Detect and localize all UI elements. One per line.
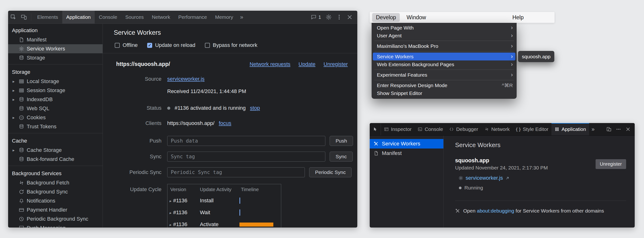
menu-item-experimental-features[interactable]: Experimental Features [372, 71, 517, 79]
checkbox-offline[interactable]: Offline [115, 42, 138, 48]
sidebar-item-notifications[interactable]: Notifications [8, 196, 102, 205]
wrench-icon [374, 141, 379, 146]
push-button[interactable]: Push [330, 136, 353, 146]
sidebar-item-web-sql[interactable]: Web SQL [8, 104, 102, 113]
tab-elements[interactable]: Elements [33, 11, 62, 23]
checkbox-update-on-reload[interactable]: Update on reload [147, 42, 195, 48]
close-devtools-icon[interactable] [623, 123, 633, 135]
tab-inspector[interactable]: Inspector [381, 123, 414, 135]
tab-network[interactable]: Network [481, 123, 513, 135]
tab-console[interactable]: Console [95, 11, 121, 23]
update-cycle-row-install[interactable]: #1136 Install [168, 195, 281, 207]
sidebar-item-storage[interactable]: Storage [8, 53, 102, 62]
periodic-sync-tag-input[interactable] [167, 167, 305, 177]
sidebar-item-periodic-background-sync[interactable]: Periodic Background Sync [8, 215, 102, 224]
sidebar-item-service-workers[interactable]: Service Workers [370, 139, 444, 148]
menu-item-service-workers[interactable]: Service Workers [373, 53, 516, 60]
tab-memory[interactable]: Memory [211, 11, 237, 23]
menu-item-web-extension-background-pages[interactable]: Web Extension Background Pages [372, 60, 517, 68]
update-cycle-row-activate[interactable]: #1136 Activate [168, 219, 281, 228]
sidebar-item-local-storage[interactable]: Local Storage [8, 77, 102, 86]
unregister-button[interactable]: Unregister [596, 159, 626, 169]
tab-console[interactable]: Console [414, 123, 446, 135]
submenu-item-squoosh-app[interactable]: squoosh.app [522, 54, 550, 59]
close-devtools-icon[interactable] [344, 11, 355, 23]
serviceworker-script-link[interactable]: serviceworker.js [466, 175, 503, 181]
sidebar-item-manifest[interactable]: Manifest [8, 35, 102, 44]
checkbox-bypass-for-network[interactable]: Bypass for network [205, 42, 257, 48]
sidebar-item-push-messaging[interactable]: Push Messaging [8, 224, 102, 228]
stop-link[interactable]: stop [250, 105, 260, 111]
sidebar-item-manifest[interactable]: Manifest [370, 148, 444, 158]
clock-icon [18, 216, 24, 222]
expand-icon[interactable] [169, 210, 173, 216]
service-workers-panel: Service Workers squoosh.app Updated Nove… [444, 136, 635, 228]
sidebar-item-payment-handler[interactable]: Payment Handler [8, 205, 102, 215]
menubar-item-window[interactable]: Window [402, 13, 430, 22]
menubar-item-develop[interactable]: Develop [372, 13, 400, 22]
sidebar-item-cookies[interactable]: Cookies [8, 113, 102, 122]
unregister-link[interactable]: Unregister [324, 61, 348, 67]
update-cycle-table: Version Update Activity Timeline #1136 I… [167, 184, 281, 228]
pick-element-icon[interactable] [370, 123, 381, 135]
expand-icon[interactable] [11, 148, 16, 153]
inspect-element-icon[interactable] [8, 11, 18, 23]
database-icon [18, 147, 24, 153]
update-cycle-row-wait[interactable]: #1136 Wait [168, 207, 281, 219]
sidebar-item-session-storage[interactable]: Session Storage [8, 86, 102, 95]
tab-style-editor[interactable]: { } Style Editor [513, 123, 552, 135]
issues-counter[interactable]: 1 [308, 14, 324, 20]
panel-title: Service Workers [114, 29, 348, 36]
expand-icon[interactable] [169, 221, 173, 228]
device-toolbar-icon[interactable] [18, 11, 29, 23]
menu-item-show-snippet-editor[interactable]: Show Snippet Editor [372, 89, 517, 97]
expand-icon[interactable] [11, 88, 16, 93]
about-debugging-link[interactable]: about:debugging [477, 208, 514, 214]
more-tabs-icon[interactable]: » [589, 123, 597, 135]
push-data-input[interactable] [167, 136, 325, 146]
sidebar-item-trust-tokens[interactable]: Trust Tokens [8, 122, 102, 131]
periodic-sync-button[interactable]: Periodic Sync [309, 167, 352, 177]
menubar-item-help[interactable]: Help [508, 13, 527, 22]
more-tabs-icon[interactable]: » [237, 14, 246, 20]
tab-application[interactable]: Application [62, 11, 95, 23]
sidebar-item-background-fetch[interactable]: Background Fetch [8, 178, 102, 187]
jump-to-source-icon[interactable] [505, 176, 510, 180]
checkbox-box-checked[interactable] [147, 43, 152, 48]
menu-item-macbook-pro[interactable]: Maximiliano’s MacBook Pro [372, 42, 517, 50]
tab-performance[interactable]: Performance [174, 11, 211, 23]
menu-item-user-agent[interactable]: User Agent [372, 32, 517, 39]
service-workers-submenu[interactable]: squoosh.app [518, 51, 554, 62]
tab-application[interactable]: Application [552, 123, 589, 135]
tab-network[interactable]: Network [148, 11, 174, 23]
network-requests-link[interactable]: Network requests [250, 61, 290, 67]
sidebar-item-indexeddb[interactable]: IndexedDB [8, 95, 102, 104]
braces-icon: { } [516, 127, 521, 132]
tab-sources[interactable]: Sources [121, 11, 148, 23]
update-link[interactable]: Update [299, 61, 316, 67]
tab-debugger[interactable]: Debugger [446, 123, 481, 135]
bell-icon [18, 198, 24, 204]
application-panel-sidebar: Application Manifest Service Workers Sto… [8, 24, 103, 228]
expand-icon[interactable] [169, 198, 173, 204]
sidebar-item-cache-storage[interactable]: Cache Storage [8, 146, 102, 155]
expand-icon[interactable] [11, 79, 16, 84]
menu-item-enter-responsive-design-mode[interactable]: Enter Responsive Design Mode ^⌘R [372, 81, 517, 89]
checkbox-box[interactable] [115, 43, 120, 48]
sidebar-item-service-workers[interactable]: Service Workers [8, 44, 102, 53]
inspector-icon [384, 127, 389, 132]
focus-link[interactable]: focus [219, 120, 231, 126]
responsive-design-mode-icon[interactable] [604, 123, 614, 135]
more-options-icon[interactable] [334, 11, 344, 23]
sidebar-item-back-forward-cache[interactable]: Back-forward Cache [8, 155, 102, 164]
meatball-menu-icon[interactable] [614, 123, 623, 135]
settings-gear-icon[interactable] [324, 11, 334, 23]
sync-button[interactable]: Sync [330, 152, 353, 162]
expand-icon[interactable] [11, 97, 16, 102]
sync-tag-input[interactable] [167, 152, 325, 162]
menu-item-open-page-with[interactable]: Open Page With [372, 24, 517, 32]
expand-icon[interactable] [11, 115, 16, 120]
source-file-link[interactable]: serviceworker.js [167, 76, 204, 82]
sidebar-item-background-sync[interactable]: Background Sync [8, 187, 102, 196]
checkbox-box[interactable] [205, 43, 210, 48]
